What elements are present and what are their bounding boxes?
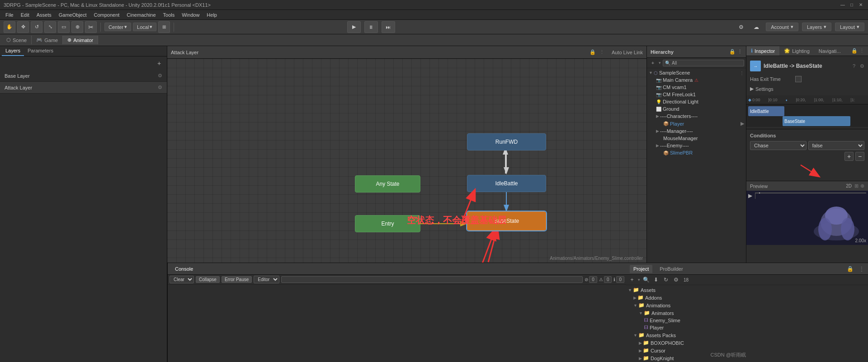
play-button[interactable]: ▶: [347, 21, 361, 33]
condition-value-select[interactable]: false true: [808, 141, 865, 150]
player-expand-icon[interactable]: ▶: [741, 121, 744, 127]
layer-item-attack[interactable]: Attack Layer ⚙: [0, 82, 167, 94]
local-button[interactable]: Local ▾: [133, 23, 156, 31]
console-error-pause-button[interactable]: Error Pause: [222, 276, 252, 283]
menu-edit[interactable]: Edit: [17, 11, 33, 19]
preview-viewport[interactable]: ▶: [746, 191, 868, 245]
console-editor-select[interactable]: Editor: [254, 276, 279, 283]
timeline-track-idle[interactable]: IdleBattle: [748, 106, 784, 116]
auto-live-link[interactable]: Auto Live Link: [612, 50, 643, 55]
layer-item-base[interactable]: Base Layer ⚙: [0, 70, 167, 82]
maximize-button[interactable]: □: [848, 1, 855, 9]
step-button[interactable]: ⏭: [382, 21, 395, 33]
tab-game[interactable]: 🎮 Game: [32, 36, 63, 44]
project-add-dropdown-icon[interactable]: ▾: [638, 277, 640, 282]
assets-packs-expand-icon[interactable]: ▼: [633, 333, 637, 338]
inspector-lock-icon[interactable]: 🔒: [851, 48, 858, 54]
animations-expand-icon[interactable]: ▼: [633, 303, 637, 308]
center-button[interactable]: Center ▾: [104, 23, 131, 31]
project-add-button[interactable]: +: [628, 276, 636, 284]
pause-button[interactable]: ⏸: [364, 21, 378, 33]
tree-mouse-manager[interactable]: MouseManager: [647, 135, 746, 142]
menu-tools[interactable]: Tools: [160, 11, 179, 19]
menu-cinemachine[interactable]: Cinemachine: [123, 11, 159, 19]
attack-layer-gear-icon[interactable]: ⚙: [158, 85, 162, 90]
project-boxophobic-folder[interactable]: ▶ 📁 BOXOPHOBIC: [626, 339, 868, 347]
tree-player[interactable]: 📦 Player ▶: [647, 120, 746, 127]
rotate-tool-button[interactable]: ↺: [31, 21, 42, 33]
hierarchy-more-icon[interactable]: ⋮: [737, 49, 742, 55]
preview-play-button[interactable]: ▶: [748, 193, 752, 199]
tree-characters-label[interactable]: ▶ ----Characters----: [647, 113, 746, 120]
has-exit-time-checkbox[interactable]: [795, 76, 802, 82]
tab-animator[interactable]: ⊕ Animator: [63, 36, 98, 44]
preview-icon-2[interactable]: ⊕: [860, 183, 864, 189]
boxophobic-expand-icon[interactable]: ▶: [639, 341, 642, 345]
hierarchy-lock-icon[interactable]: 🔒: [729, 49, 736, 55]
project-more-icon[interactable]: ⋮: [859, 266, 864, 272]
transform-tool-button[interactable]: ⊕: [71, 21, 83, 33]
animators-expand-icon[interactable]: ▼: [639, 311, 643, 315]
project-lock-icon[interactable]: 🔒: [847, 266, 854, 272]
menu-help[interactable]: Help: [203, 11, 221, 19]
menu-component[interactable]: Component: [90, 11, 123, 19]
addons-expand-icon[interactable]: ▶: [633, 296, 637, 300]
minimize-button[interactable]: —: [839, 1, 846, 9]
tab-scene[interactable]: ⬡ Scene: [2, 36, 32, 44]
inspector-tab[interactable]: ℹ Inspector: [746, 46, 779, 56]
add-layer-button[interactable]: +: [155, 59, 163, 67]
hand-tool-button[interactable]: ✋: [4, 21, 15, 33]
project-addons-folder[interactable]: ▶ 📁 Addons: [626, 294, 868, 301]
navigation-tab[interactable]: Navigati...: [814, 46, 845, 56]
lighting-tab[interactable]: 🌟 Lighting: [779, 46, 814, 56]
cursor-expand-icon[interactable]: ▶: [639, 348, 642, 353]
hierarchy-dropdown-icon[interactable]: ▾: [659, 61, 661, 65]
grid-tool-button[interactable]: ⊞: [158, 21, 170, 33]
project-animations-folder[interactable]: ▼ 📁 Animations: [626, 301, 868, 309]
scene-expand-icon[interactable]: ▼: [649, 71, 653, 75]
assets-expand-icon[interactable]: ▼: [628, 288, 632, 292]
tree-directional-light[interactable]: 💡 Directional Light: [647, 98, 746, 105]
settings-icon[interactable]: ⚙: [735, 21, 747, 33]
project-assets-folder[interactable]: ▼ 📁 Assets: [626, 286, 868, 294]
custom-tool-button[interactable]: ✂: [85, 21, 97, 33]
cloud-icon[interactable]: ☁: [750, 21, 762, 33]
project-settings-button[interactable]: ⚙: [672, 276, 680, 284]
rect-tool-button[interactable]: ▭: [58, 21, 70, 33]
project-assets-packs-folder[interactable]: ▼ 📁 Assets Packs: [626, 331, 868, 339]
project-enemy-slime-file[interactable]: 🎞 Enemy_Slime: [626, 317, 868, 324]
timeline-track-base[interactable]: BaseState: [783, 116, 850, 126]
menu-window[interactable]: Window: [178, 11, 203, 19]
menu-file[interactable]: File: [2, 11, 17, 19]
animator-lock-icon[interactable]: 🔒: [590, 49, 596, 55]
menu-assets[interactable]: Assets: [33, 11, 55, 19]
animator-canvas[interactable]: Any State Entry RunFWD IdleBattle: [167, 59, 646, 263]
preview-icon-1[interactable]: ⊞: [854, 183, 859, 189]
animator-more-icon[interactable]: ⋮: [599, 49, 604, 55]
add-condition-button[interactable]: +: [844, 152, 854, 161]
characters-expand-icon[interactable]: ▶: [656, 114, 659, 118]
settings-toggle[interactable]: ▶ Settings: [746, 84, 868, 94]
move-tool-button[interactable]: ✥: [17, 21, 29, 33]
scene-menu-icon[interactable]: ⋮: [740, 71, 744, 75]
project-refresh-button[interactable]: ↻: [662, 276, 670, 284]
project-cursor-folder[interactable]: ▶ 📁 Cursor: [626, 347, 868, 354]
tree-slime-pbr[interactable]: 📦 SlimePBR: [647, 149, 746, 156]
tree-enemy-label[interactable]: ▶ ----Enemy----: [647, 142, 746, 149]
tree-cm-freelook[interactable]: 📷 CM FreeLook1: [647, 91, 746, 98]
console-clear-select[interactable]: Clear: [170, 276, 194, 283]
probuilder-tab[interactable]: ProBuilder: [656, 265, 686, 273]
idle-battle-node[interactable]: IdleBattle: [467, 175, 546, 192]
inspector-help-icon[interactable]: ?: [853, 63, 855, 69]
parameters-tab[interactable]: Parameters: [24, 46, 57, 56]
project-dogknight-folder[interactable]: ▶ 📁 DogKnight: [626, 354, 868, 362]
console-tab[interactable]: Console: [171, 265, 197, 273]
tree-sample-scene[interactable]: ▼ ⬡ SampleScene ⋮: [647, 69, 746, 76]
hierarchy-add-button[interactable]: +: [649, 59, 657, 67]
close-button[interactable]: ✕: [857, 1, 864, 9]
base-layer-gear-icon[interactable]: ⚙: [158, 73, 162, 79]
project-import-button[interactable]: ⬇: [652, 276, 660, 284]
enemy-expand-icon[interactable]: ▶: [656, 143, 659, 148]
scale-tool-button[interactable]: ⤡: [44, 21, 56, 33]
project-animators-folder[interactable]: ▼ 📁 Animators: [626, 309, 868, 317]
